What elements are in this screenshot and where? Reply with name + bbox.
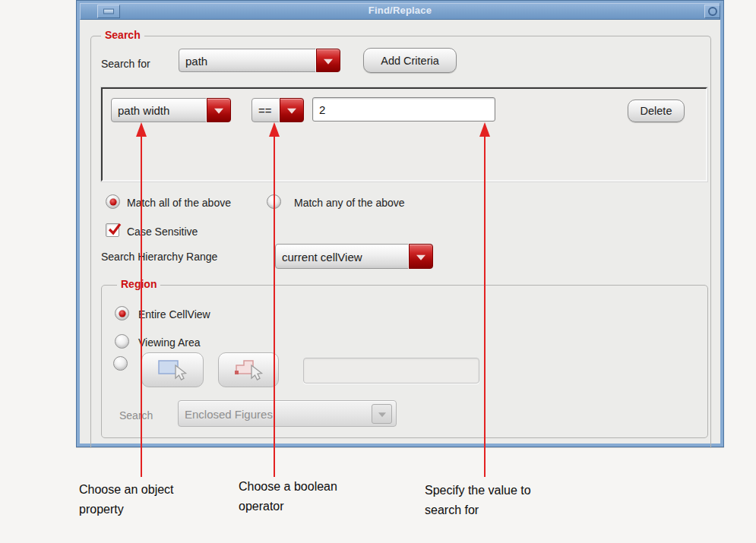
caption-specify-value: Specify the value to search for [425,481,560,520]
window-sticky-button[interactable] [704,5,720,18]
case-sensitive-label[interactable]: Case Sensitive [127,226,198,238]
documentation-figure: Find/Replace Search Search for path Add … [0,0,756,543]
rect-select-icon [154,358,191,382]
match-all-label[interactable]: Match all of the above [127,197,231,209]
figure-mode-dropdown[interactable]: Enclosed Figures [178,400,397,427]
hierarchy-range-value: current cellView [282,250,362,263]
match-all-radio[interactable] [106,194,120,209]
dropdown-arrow-button[interactable] [409,244,433,269]
annotation-arrow-icon [479,122,490,137]
polygon-select-icon [230,358,267,382]
chevron-down-icon [214,109,223,114]
caption-boolean-operator: Choose a boolean operator [239,477,368,516]
hierarchy-range-label: Search Hierarchy Range [101,251,217,263]
entire-cellview-label[interactable]: Entire CellView [138,308,210,320]
annotation-arrow-icon [136,122,147,137]
select-region-radio[interactable] [113,356,128,371]
sticky-pin-icon [708,7,717,16]
titlebar[interactable]: Find/Replace [80,3,720,20]
rect-select-button[interactable] [141,352,204,387]
annotation-line [484,137,486,477]
search-for-label: Search for [101,58,150,70]
property-value: path width [118,104,169,117]
add-criteria-button[interactable]: Add Criteria [363,48,457,73]
value-input[interactable] [312,97,495,122]
annotation-line [274,137,275,477]
chevron-down-icon [416,254,425,260]
case-sensitive-checkbox[interactable] [106,223,119,237]
hierarchy-range-dropdown[interactable]: current cellView [275,244,433,269]
dropdown-arrow-button[interactable] [207,98,231,122]
chevron-down-icon [324,58,333,64]
criteria-panel: path width == Delete [101,87,707,182]
figure-mode-value: Enclosed Figures [185,407,273,420]
annotation-arrow-icon [269,122,280,137]
operator-dropdown[interactable]: == [251,98,304,122]
entire-cellview-radio[interactable] [115,306,129,320]
caption-object-property: Choose an object property [79,480,208,519]
viewing-area-radio[interactable] [115,334,129,349]
check-icon [107,222,122,237]
viewing-area-label[interactable]: Viewing Area [138,336,200,349]
find-replace-dialog: Find/Replace Search Search for path Add … [76,0,724,447]
region-search-label: Search [119,409,153,421]
match-any-label[interactable]: Match any of the above [294,197,405,209]
operator-value: == [258,104,272,117]
polygon-select-button[interactable] [218,352,279,387]
dropdown-arrow-button[interactable] [280,98,304,122]
annotation-line [141,137,142,477]
dropdown-arrow-button[interactable] [316,49,340,72]
region-group-label: Region [117,278,160,290]
object-type-dropdown[interactable]: path [179,49,340,72]
search-group-label: Search [101,29,144,41]
delete-button[interactable]: Delete [628,99,685,122]
chevron-down-icon [287,109,296,114]
chevron-down-icon [378,412,386,417]
window-title: Find/Replace [81,5,720,16]
region-coords-input[interactable] [303,358,479,384]
dropdown-arrow-button[interactable] [372,404,392,424]
property-dropdown[interactable]: path width [111,98,231,122]
object-type-value: path [185,54,207,67]
